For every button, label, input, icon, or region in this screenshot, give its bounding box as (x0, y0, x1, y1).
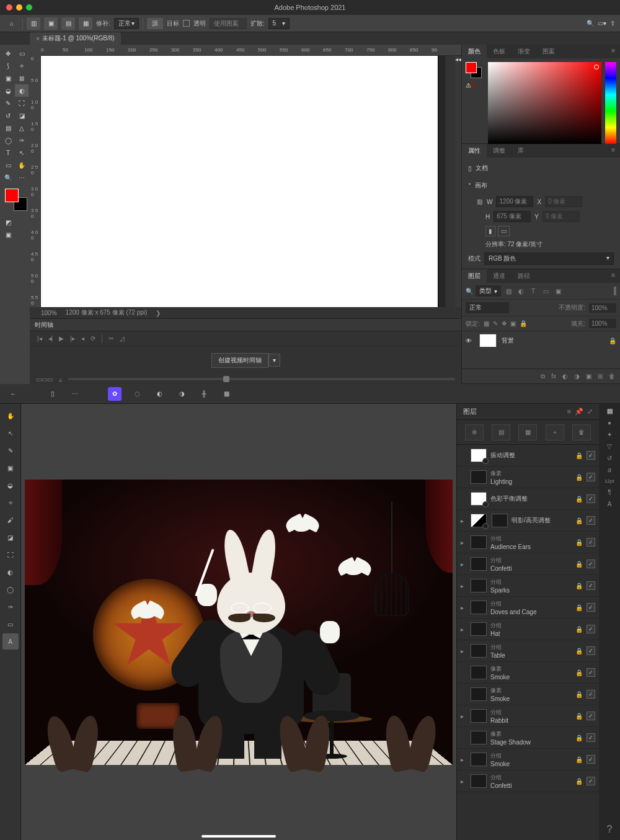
lock-icon[interactable]: 🔒 (575, 691, 583, 698)
lock-icon[interactable]: 🔒 (575, 735, 583, 741)
fx-studio-icon[interactable]: ✦ (607, 431, 612, 438)
tab-gradients[interactable]: 渐变 (512, 45, 536, 58)
lock-icon[interactable]: 🔒 (575, 778, 583, 785)
timeline-play-icon[interactable]: ▶ (59, 335, 64, 342)
lock-icon[interactable]: 🔒 (575, 713, 583, 720)
tab-swatches[interactable]: 色板 (487, 45, 512, 58)
visibility-checkbox[interactable]: ✓ (587, 712, 595, 720)
source-button[interactable]: 源 (147, 18, 163, 29)
timeline-loop-icon[interactable]: ⟳ (91, 335, 95, 342)
timeline-tab[interactable]: 时间轴 (30, 318, 461, 331)
color-studio-icon[interactable]: ● (608, 419, 611, 426)
add-mask-button[interactable]: ▤ (492, 424, 510, 440)
tab-channels[interactable]: 通道 (487, 269, 512, 283)
persona-liquify-icon[interactable]: ◌ (130, 387, 144, 401)
document-tab[interactable]: × 未标题-1 @ 100%(RGB/8) (30, 32, 121, 45)
visibility-checkbox[interactable]: ✓ (587, 733, 595, 742)
marquee-tool[interactable]: ▭ (15, 47, 29, 60)
screenmode-tool[interactable]: ▣ (1, 228, 15, 241)
history-studio-icon[interactable]: ↺ (607, 455, 612, 462)
doc3-icon[interactable]: ▦ (79, 17, 92, 30)
back-icon[interactable]: ← (6, 387, 20, 401)
filter-shape-icon[interactable]: ▭ (541, 286, 551, 296)
lock-paint-icon[interactable]: ✎ (493, 320, 498, 327)
cloud-docs-icon[interactable]: ▥ (27, 17, 40, 30)
history-brush-tool[interactable]: ↺ (1, 109, 15, 122)
studio-menu-icon[interactable]: ≡ (567, 408, 571, 416)
add-adjustment-button[interactable]: ▦ (518, 424, 537, 440)
ruler-vertical[interactable]: 05 01 0 01 5 02 0 02 5 03 0 03 5 04 0 04… (30, 56, 41, 307)
studio-pin-icon[interactable]: 📌 (575, 408, 583, 416)
fx-icon[interactable]: fx (551, 373, 556, 380)
opacity-input[interactable]: 100% (589, 303, 616, 313)
share-icon[interactable]: ⇧ (610, 20, 615, 27)
wand-tool[interactable]: ✧ (15, 60, 29, 72)
lock-icon[interactable]: 🔒 (575, 648, 583, 655)
disclosure-icon[interactable]: ▸ (461, 517, 467, 524)
visibility-checkbox[interactable]: ✓ (587, 777, 595, 785)
delete-icon[interactable]: 🗑 (609, 373, 615, 380)
lock-icon[interactable]: 🔒 (575, 561, 583, 568)
ruler-horizontal[interactable]: 0501001502002503003504004505005506006507… (41, 45, 461, 56)
visibility-checkbox[interactable]: ✓ (587, 603, 595, 612)
visibility-checkbox[interactable]: ✓ (587, 538, 595, 547)
hue-slider[interactable] (605, 62, 616, 144)
eraser-tool[interactable]: ◪ (15, 109, 29, 122)
layer-item[interactable]: ▸明影/高亮调整🔒✓ (457, 510, 599, 532)
visibility-checkbox[interactable]: ✓ (587, 625, 595, 633)
lock-artboard-icon[interactable]: ▣ (510, 320, 516, 327)
add-group-button[interactable]: ＋ (546, 424, 564, 440)
lock-icon[interactable]: 🔒 (575, 756, 583, 763)
tab-patterns[interactable]: 图案 (536, 45, 561, 58)
erase-tool[interactable]: ◪ (2, 529, 19, 545)
persona-photo-icon[interactable]: ✿ (108, 387, 122, 401)
visibility-checkbox[interactable]: ✓ (587, 494, 595, 503)
layer-item[interactable]: 像素Smoke🔒✓ (457, 662, 599, 684)
brush-tool[interactable]: ✎ (1, 97, 15, 109)
stamp-tool[interactable]: ⛶ (15, 97, 29, 109)
color-picker-tool[interactable]: ✎ (2, 442, 19, 458)
doc2-icon[interactable]: ▤ (61, 17, 75, 30)
tab-layers[interactable]: 图层 (462, 269, 487, 283)
paint-brush-tool[interactable]: 🖌 (2, 512, 19, 528)
layer-item[interactable]: 像素Smoke🔒✓ (457, 684, 599, 705)
crop-tool[interactable]: ▣ (1, 72, 15, 84)
lock-pos-icon[interactable]: ✥ (502, 320, 507, 327)
timeline-type-dropdown[interactable]: ▾ (268, 354, 280, 367)
timeline-next-icon[interactable]: |▸ (70, 335, 75, 342)
paragraph-studio-icon[interactable]: ¶ (608, 489, 611, 496)
timeline-prev-icon[interactable]: ◂| (48, 335, 53, 342)
color-mode-select[interactable]: RGB 颜色▾ (484, 252, 614, 265)
disclosure-icon[interactable]: ▸ (461, 626, 467, 633)
filter-adjust-icon[interactable]: ◐ (516, 286, 526, 296)
lock-all-icon[interactable]: 🔒 (520, 320, 527, 327)
scrollbar-vertical[interactable] (445, 56, 455, 307)
patch-tool[interactable]: ◐ (15, 84, 29, 97)
healing-mode-select[interactable]: 正常▾ (114, 18, 139, 29)
studio-expand-icon[interactable]: ⤢ (587, 408, 593, 416)
visibility-checkbox[interactable]: ✓ (587, 646, 595, 655)
tab-color[interactable]: 颜色 (462, 45, 487, 58)
canvas[interactable] (21, 404, 456, 840)
persona-develop-icon[interactable]: ◐ (153, 387, 166, 401)
orient-portrait[interactable]: ▮ (485, 226, 495, 236)
width-input[interactable]: 1200 像素 (496, 196, 533, 207)
lock-icon[interactable]: 🔒 (575, 626, 583, 633)
disclosure-icon[interactable]: ▸ (461, 604, 467, 611)
layer-item[interactable]: ▸分组Confetti🔒✓ (457, 771, 599, 792)
more-tool[interactable]: ⋯ (15, 171, 29, 184)
color-swatches[interactable] (5, 189, 27, 211)
close-tab-icon[interactable]: × (36, 35, 40, 42)
minimize-window[interactable] (16, 4, 22, 11)
panel-menu-icon[interactable]: ≡ (606, 45, 620, 58)
layer-item-background[interactable]: 👁 背景 🔒 (462, 331, 620, 350)
move-tool[interactable]: ↖ (2, 425, 19, 441)
visibility-icon[interactable]: 👁 (466, 337, 474, 344)
filter-image-icon[interactable]: ▧ (503, 286, 513, 296)
crop-tool[interactable]: ▣ (2, 460, 19, 476)
layer-item[interactable]: ▸分组Table🔒✓ (457, 640, 599, 662)
link-layers-icon[interactable]: ⧉ (541, 373, 545, 380)
disclosure-icon[interactable]: ▸ (461, 713, 467, 720)
persona-layout-icon[interactable]: ▦ (219, 387, 233, 401)
add-pixel-layer-button[interactable]: ⊕ (465, 424, 484, 440)
